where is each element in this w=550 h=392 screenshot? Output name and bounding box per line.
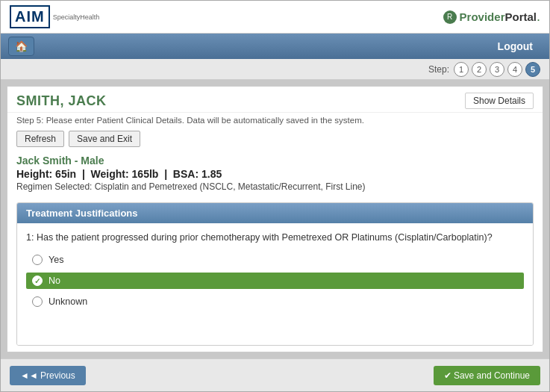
- height-value: Height: 65in: [16, 168, 76, 180]
- provider-label: Provider: [460, 10, 505, 23]
- step-3[interactable]: 3: [490, 62, 504, 77]
- treatment-body: 1: Has the patient progressed during pri…: [17, 223, 533, 345]
- logo-area: AIM SpecialtyHealth: [10, 5, 99, 28]
- bottom-bar: ◄◄ Previous ✔ Save and Continue: [1, 358, 549, 391]
- refresh-button[interactable]: Refresh: [16, 131, 64, 147]
- patient-stats: Height: 65in | Weight: 165lb | BSA: 1.85: [16, 168, 534, 180]
- provider-portal-icon: R: [443, 10, 457, 24]
- patient-full-name: Jack Smith - Male: [16, 155, 534, 167]
- question-text: 1: Has the patient progressed during pri…: [26, 232, 524, 243]
- previous-button[interactable]: ◄◄ Previous: [10, 366, 86, 385]
- aim-logo-text: AIM: [15, 8, 45, 25]
- radio-no-circle: [32, 276, 43, 286]
- portal-dot: .: [537, 9, 540, 25]
- step-description: Step 5: Please enter Patient Clinical De…: [7, 113, 543, 128]
- save-exit-button[interactable]: Save and Exit: [69, 131, 140, 147]
- patient-info-section: Jack Smith - Male Height: 65in | Weight:…: [7, 152, 543, 198]
- weight-value: Weight: 165lb: [91, 168, 159, 180]
- specialty-health-text: SpecialtyHealth: [53, 14, 100, 21]
- option-no[interactable]: No: [26, 273, 524, 289]
- option-yes-label: Yes: [49, 255, 63, 265]
- step-label: Step:: [428, 64, 449, 75]
- aim-logo: AIM: [10, 5, 50, 28]
- save-continue-button[interactable]: ✔ Save and Continue: [434, 366, 540, 385]
- show-details-button[interactable]: Show Details: [465, 93, 534, 109]
- step-2[interactable]: 2: [472, 62, 487, 77]
- app-header: AIM SpecialtyHealth R Provider Portal .: [1, 1, 549, 34]
- action-buttons: Refresh Save and Exit: [7, 128, 543, 152]
- provider-portal-area: R Provider Portal .: [443, 9, 540, 25]
- radio-unknown-circle: [32, 296, 43, 307]
- step-4[interactable]: 4: [507, 62, 522, 77]
- regimen-text: Regimen Selected: Cisplatin and Pemetrex…: [16, 181, 534, 192]
- option-yes[interactable]: Yes: [26, 252, 524, 268]
- option-no-label: No: [49, 276, 60, 286]
- option-unknown-label: Unknown: [49, 296, 87, 307]
- patient-header: SMITH, JACK Show Details: [7, 87, 543, 113]
- step-bar: Step: 1 2 3 4 5: [1, 59, 549, 80]
- home-button[interactable]: 🏠: [8, 37, 34, 56]
- option-unknown[interactable]: Unknown: [26, 293, 524, 310]
- step-5[interactable]: 5: [525, 62, 540, 77]
- bsa-value: BSA: 1.85: [173, 168, 222, 180]
- patient-name: SMITH, JACK: [16, 93, 107, 109]
- nav-bar: 🏠 Logout: [1, 34, 549, 59]
- treatment-box: Treatment Justifications 1: Has the pati…: [16, 202, 534, 346]
- logout-button[interactable]: Logout: [489, 37, 542, 55]
- main-content: SMITH, JACK Show Details Step 5: Please …: [7, 86, 543, 352]
- radio-yes-circle: [32, 255, 43, 265]
- step-circles: 1 2 3 4 5: [454, 62, 540, 77]
- portal-label: Portal: [504, 10, 537, 23]
- treatment-header: Treatment Justifications: [17, 203, 533, 223]
- step-1[interactable]: 1: [454, 62, 469, 77]
